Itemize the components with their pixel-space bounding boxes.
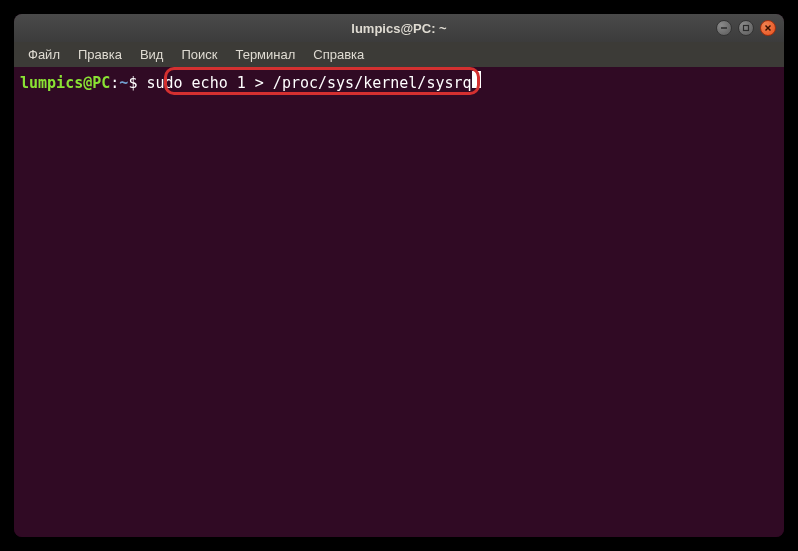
prompt-colon: : (110, 74, 119, 94)
prompt-line: lumpics@PC:~$ sudo echo 1 > /proc/sys/ke… (20, 71, 778, 94)
menu-edit[interactable]: Правка (70, 44, 130, 65)
minimize-button[interactable] (716, 20, 732, 36)
maximize-button[interactable] (738, 20, 754, 36)
menubar: Файл Правка Вид Поиск Терминал Справка (14, 42, 784, 67)
minimize-icon (720, 24, 728, 32)
prompt-user: lumpics@PC (20, 74, 110, 94)
command-text: sudo echo 1 > /proc/sys/kernel/sysrq (146, 74, 471, 94)
window-title: lumpics@PC: ~ (351, 21, 446, 36)
terminal-window: lumpics@PC: ~ Файл Правка Вид Поиск Терм… (14, 14, 784, 537)
close-icon (764, 24, 772, 32)
menu-view[interactable]: Вид (132, 44, 172, 65)
titlebar: lumpics@PC: ~ (14, 14, 784, 42)
maximize-icon (742, 24, 750, 32)
prompt-dollar: $ (128, 74, 146, 94)
menu-file[interactable]: Файл (20, 44, 68, 65)
menu-terminal[interactable]: Терминал (227, 44, 303, 65)
menu-search[interactable]: Поиск (173, 44, 225, 65)
terminal-area[interactable]: lumpics@PC:~$ sudo echo 1 > /proc/sys/ke… (14, 67, 784, 537)
close-button[interactable] (760, 20, 776, 36)
window-controls (716, 20, 776, 36)
prompt-path: ~ (119, 74, 128, 94)
menu-help[interactable]: Справка (305, 44, 372, 65)
svg-rect-1 (744, 26, 749, 31)
cursor (472, 71, 481, 88)
